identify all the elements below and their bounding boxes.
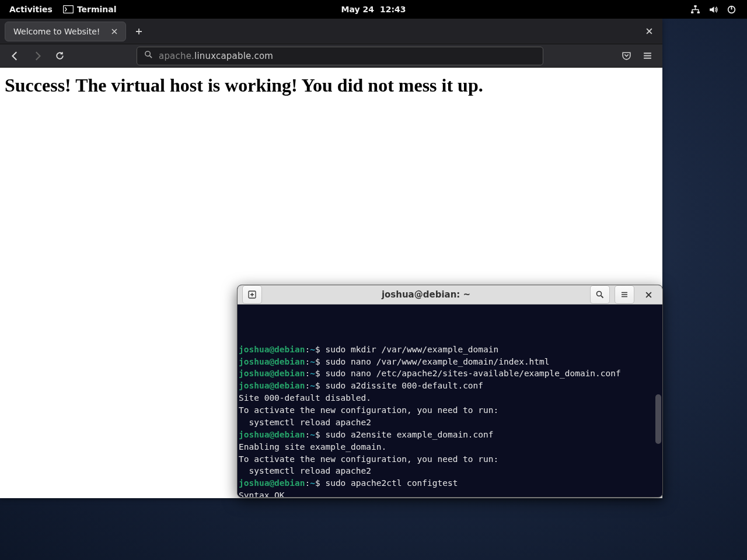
svg-rect-2 <box>691 11 693 13</box>
topbar-app[interactable]: Terminal <box>63 5 117 14</box>
terminal-close-button[interactable] <box>639 285 658 304</box>
svg-line-7 <box>149 55 152 58</box>
search-icon <box>144 50 153 61</box>
terminal-prompt-line: joshua@debian:~$ sudo mkdir /var/www/exa… <box>239 344 659 356</box>
terminal-prompt-line: joshua@debian:~$ sudo a2dissite 000-defa… <box>239 380 659 392</box>
new-tab-button[interactable] <box>131 23 147 40</box>
terminal-search-button[interactable] <box>590 285 610 304</box>
browser-tab[interactable]: Welcome to Website! <box>5 22 126 41</box>
svg-rect-3 <box>697 11 700 13</box>
tab-close-icon[interactable] <box>109 26 120 37</box>
terminal-title: joshua@debian: ~ <box>267 289 585 300</box>
terminal-menu-button[interactable] <box>615 285 634 304</box>
terminal-new-tab-button[interactable] <box>242 285 262 304</box>
terminal-prompt-line: joshua@debian:~$ sudo apache2ctl configt… <box>239 477 659 489</box>
power-icon[interactable] <box>727 5 736 15</box>
topbar-app-name: Terminal <box>77 5 117 14</box>
url-text: apache.linuxcapable.com <box>159 51 273 61</box>
browser-close-button[interactable] <box>640 23 658 40</box>
reload-button[interactable] <box>50 47 69 65</box>
pocket-icon[interactable] <box>617 47 636 65</box>
gnome-topbar: Activities Terminal May 24 12:43 <box>0 0 747 19</box>
terminal-output-line: systemctl reload apache2 <box>239 465 659 477</box>
topbar-clock[interactable]: May 24 12:43 <box>341 5 406 14</box>
terminal-output-line: systemctl reload apache2 <box>239 416 659 429</box>
url-bar[interactable]: apache.linuxcapable.com <box>137 47 543 65</box>
svg-line-10 <box>601 296 603 298</box>
terminal-output-line: Site 000-default disabled. <box>239 392 659 404</box>
terminal-headerbar: joshua@debian: ~ <box>238 285 662 304</box>
back-button[interactable] <box>6 47 25 65</box>
topbar-time: 12:43 <box>380 5 406 14</box>
app-menu-icon[interactable] <box>638 47 657 65</box>
browser-tabstrip: Welcome to Website! <box>0 19 662 44</box>
svg-point-9 <box>597 292 602 296</box>
terminal-output-line: To activate the new configuration, you n… <box>239 453 659 466</box>
browser-navbar: apache.linuxcapable.com <box>0 44 662 68</box>
terminal-output-line: Enabling site example_domain. <box>239 441 659 453</box>
volume-icon[interactable] <box>708 5 718 15</box>
topbar-date: May 24 <box>341 5 374 14</box>
forward-button[interactable] <box>28 47 47 65</box>
network-icon[interactable] <box>690 5 700 15</box>
svg-rect-1 <box>694 5 696 7</box>
terminal-prompt-line: joshua@debian:~$ sudo nano /var/www/exam… <box>239 356 659 368</box>
terminal-window: joshua@debian: ~ joshua@debian:~$ sudo m… <box>237 285 663 498</box>
tab-title: Welcome to Website! <box>13 27 100 36</box>
activities-button[interactable]: Activities <box>9 5 53 14</box>
svg-rect-0 <box>63 6 73 13</box>
terminal-icon <box>63 5 74 13</box>
terminal-prompt-line: joshua@debian:~$ sudo a2ensite example_d… <box>239 429 659 441</box>
terminal-prompt-line: joshua@debian:~$ sudo nano /etc/apache2/… <box>239 368 659 380</box>
terminal-output-line: To activate the new configuration, you n… <box>239 404 659 416</box>
svg-point-6 <box>145 51 150 56</box>
page-heading: Success! The virtual host is working! Yo… <box>5 75 658 96</box>
terminal-output-line: Syntax OK <box>239 489 659 498</box>
terminal-body[interactable]: joshua@debian:~$ sudo mkdir /var/www/exa… <box>238 304 662 498</box>
terminal-scrollbar[interactable] <box>655 394 661 444</box>
